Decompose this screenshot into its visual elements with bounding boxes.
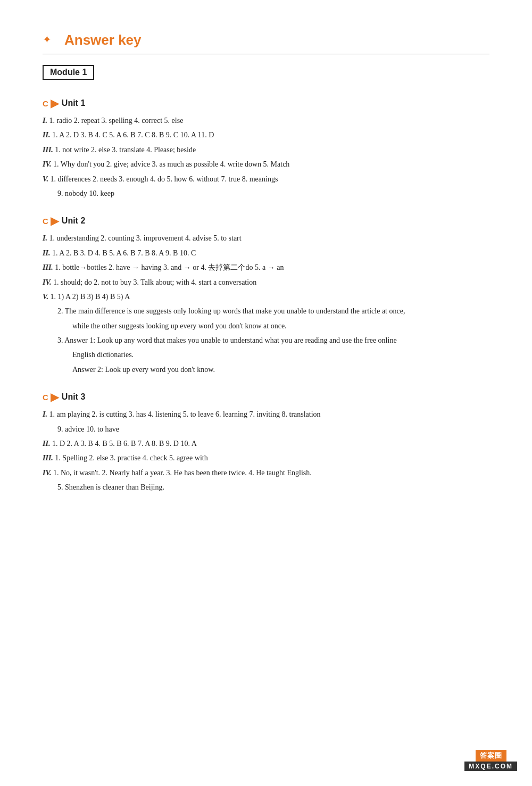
unit-arrow-icon: ▶ [51,391,59,403]
section-line-2-7: while the other suggests looking up ever… [72,320,489,332]
unit-title-2: Unit 2 [62,216,85,226]
section-line-3-5: IV. 1. No, it wasn't. 2. Nearly half a y… [43,467,489,479]
section-line-1-3: III. 1. not write 2. else 3. translate 4… [43,144,489,156]
section-line-3-4: III. 1. Spelling 2. else 3. practise 4. … [43,452,489,464]
module-label: Module 1 [43,65,94,80]
roman-numeral-3-1: I. [43,410,49,418]
watermark: 答案圈 MXQE.COM [464,750,517,771]
section-line-2-4: IV. 1. should; do 2. not to buy 3. Talk … [43,277,489,288]
section-line-3-1: I. 1. am playing 2. is cutting 3. has 4.… [43,409,489,420]
unit-arrow-icon: ▶ [51,97,59,110]
section-line-2-2: II. 1. A 2. B 3. D 4. B 5. A 6. B 7. B 8… [43,247,489,259]
section-line-2-3: III. 1. bottle→bottles 2. have → having … [43,262,489,274]
section-line-3-3: II. 1. D 2. A 3. B 4. B 5. B 6. B 7. A 8… [43,438,489,450]
title-area: ✦ Answer key [43,32,489,52]
unit-c-label: C [43,99,48,108]
section-line-2-6: 2. The main difference is one suggests o… [57,305,489,317]
unit-c-label: C [43,393,48,402]
unit-c-label: C [43,217,48,226]
section-line-1-2: II. 1. A 2. D 3. B 4. C 5. A 6. B 7. C 8… [43,129,489,141]
roman-numeral-2-5: V. [43,293,51,301]
roman-numeral-2-4: IV. [43,278,53,286]
section-line-1-5: V. 1. differences 2. needs 3. enough 4. … [43,173,489,185]
watermark-top: 答案圈 [476,750,506,762]
section-line-1-1: I. 1. radio 2. repeat 3. spelling 4. cor… [43,115,489,127]
title-divider [43,54,489,54]
roman-numeral-3-4: III. [43,454,55,462]
roman-numeral-2-2: II. [43,249,52,257]
section-line-2-9: English dictionaries. [72,349,489,361]
units-container: C▶Unit 1I. 1. radio 2. repeat 3. spellin… [43,97,489,494]
unit-header-3: C▶Unit 3 [43,391,489,403]
roman-numeral-1-1: I. [43,117,49,125]
section-line-2-1: I. 1. understanding 2. counting 3. impro… [43,233,489,244]
roman-numeral-1-5: V. [43,175,51,183]
section-line-2-10: Answer 2: Look up every word you don't k… [72,364,489,376]
unit-section-1: C▶Unit 1I. 1. radio 2. repeat 3. spellin… [43,97,489,200]
section-line-3-2: 9. advice 10. to have [57,424,489,435]
roman-numeral-2-1: I. [43,234,49,242]
unit-arrow-icon: ▶ [51,214,59,227]
section-line-2-8: 3. Answer 1: Look up any word that makes… [57,335,489,346]
section-line-3-6: 5. Shenzhen is cleaner than Beijing. [57,482,489,493]
roman-numeral-2-3: III. [43,263,55,271]
section-line-2-5: V. 1. 1) A 2) B 3) B 4) B 5) A [43,291,489,303]
unit-title-3: Unit 3 [62,392,85,402]
roman-numeral-1-3: III. [43,146,55,154]
unit-section-2: C▶Unit 2I. 1. understanding 2. counting … [43,214,489,376]
roman-numeral-3-5: IV. [43,469,53,477]
unit-header-2: C▶Unit 2 [43,214,489,227]
watermark-bottom: MXQE.COM [464,762,517,771]
unit-title-1: Unit 1 [62,98,85,108]
section-line-1-4: IV. 1. Why don't you 2. give; advice 3. … [43,159,489,170]
unit-header-1: C▶Unit 1 [43,97,489,110]
roman-numeral-1-4: IV. [43,160,53,168]
section-line-1-6: 9. nobody 10. keep [57,188,489,200]
unit-section-3: C▶Unit 3I. 1. am playing 2. is cutting 3… [43,391,489,493]
roman-numeral-3-3: II. [43,440,52,448]
page-title: Answer key [64,32,142,48]
decorative-icon: ✦ [43,33,52,46]
roman-numeral-1-2: II. [43,131,52,139]
